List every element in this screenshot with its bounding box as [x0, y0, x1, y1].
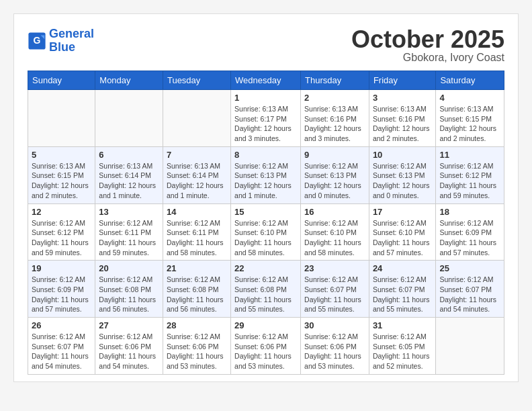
day-info: Sunrise: 6:13 AMSunset: 6:14 PMDaylight:…: [167, 161, 227, 201]
day-info: Sunrise: 6:13 AMSunset: 6:16 PMDaylight:…: [373, 104, 433, 144]
day-number: 21: [167, 263, 227, 273]
day-number: 5: [32, 150, 91, 160]
calendar-cell: 11Sunrise: 6:12 AMSunset: 6:12 PMDayligh…: [436, 146, 504, 203]
svg-text:G: G: [34, 35, 41, 46]
day-info: Sunrise: 6:12 AMSunset: 6:13 PMDaylight:…: [304, 161, 365, 201]
calendar-cell: 10Sunrise: 6:12 AMSunset: 6:13 PMDayligh…: [369, 146, 436, 203]
calendar-cell: 1Sunrise: 6:13 AMSunset: 6:17 PMDaylight…: [231, 90, 301, 147]
day-number: 27: [99, 320, 159, 330]
calendar-cell: 28Sunrise: 6:12 AMSunset: 6:06 PMDayligh…: [163, 318, 230, 375]
day-number: 17: [373, 207, 433, 217]
calendar-cell: [28, 90, 95, 147]
day-info: Sunrise: 6:12 AMSunset: 6:07 PMDaylight:…: [304, 275, 365, 314]
location: Gbokora, Ivory Coast: [351, 52, 504, 64]
day-info: Sunrise: 6:12 AMSunset: 6:09 PMDaylight:…: [439, 218, 500, 258]
calendar-cell: 30Sunrise: 6:12 AMSunset: 6:06 PMDayligh…: [301, 318, 369, 375]
title-block: October 2025 Gbokora, Ivory Coast: [351, 28, 504, 64]
calendar-cell: 25Sunrise: 6:12 AMSunset: 6:07 PMDayligh…: [436, 261, 504, 318]
weekday-saturday: Saturday: [436, 71, 504, 90]
calendar-cell: 22Sunrise: 6:12 AMSunset: 6:08 PMDayligh…: [231, 261, 301, 318]
calendar-cell: 18Sunrise: 6:12 AMSunset: 6:09 PMDayligh…: [436, 203, 504, 261]
day-number: 29: [234, 320, 297, 330]
calendar-cell: 23Sunrise: 6:12 AMSunset: 6:07 PMDayligh…: [301, 261, 369, 318]
day-info: Sunrise: 6:12 AMSunset: 6:07 PMDaylight:…: [373, 275, 433, 314]
day-info: Sunrise: 6:12 AMSunset: 6:10 PMDaylight:…: [234, 218, 297, 258]
weekday-header-row: SundayMondayTuesdayWednesdayThursdayFrid…: [28, 71, 504, 90]
day-info: Sunrise: 6:13 AMSunset: 6:15 PMDaylight:…: [32, 161, 91, 201]
calendar-cell: 9Sunrise: 6:12 AMSunset: 6:13 PMDaylight…: [301, 146, 369, 203]
day-info: Sunrise: 6:12 AMSunset: 6:07 PMDaylight:…: [439, 275, 500, 314]
day-info: Sunrise: 6:13 AMSunset: 6:16 PMDaylight:…: [304, 104, 365, 144]
calendar-week-row: 12Sunrise: 6:12 AMSunset: 6:12 PMDayligh…: [28, 203, 504, 261]
weekday-sunday: Sunday: [28, 71, 95, 90]
calendar-cell: 31Sunrise: 6:12 AMSunset: 6:05 PMDayligh…: [369, 318, 436, 375]
calendar-cell: 24Sunrise: 6:12 AMSunset: 6:07 PMDayligh…: [369, 261, 436, 318]
day-number: 6: [99, 150, 159, 160]
weekday-monday: Monday: [95, 71, 163, 90]
day-number: 14: [167, 207, 227, 217]
day-number: 15: [234, 207, 297, 217]
day-info: Sunrise: 6:12 AMSunset: 6:10 PMDaylight:…: [373, 218, 433, 258]
calendar-cell: 27Sunrise: 6:12 AMSunset: 6:06 PMDayligh…: [95, 318, 163, 375]
day-number: 28: [167, 320, 227, 330]
weekday-tuesday: Tuesday: [163, 71, 230, 90]
day-number: 25: [439, 263, 500, 273]
day-number: 12: [32, 207, 91, 217]
calendar-cell: 5Sunrise: 6:13 AMSunset: 6:15 PMDaylight…: [28, 146, 95, 203]
day-info: Sunrise: 6:12 AMSunset: 6:12 PMDaylight:…: [32, 218, 91, 258]
calendar-cell: 6Sunrise: 6:13 AMSunset: 6:14 PMDaylight…: [95, 146, 163, 203]
calendar-cell: 4Sunrise: 6:13 AMSunset: 6:15 PMDaylight…: [436, 90, 504, 147]
calendar-week-row: 26Sunrise: 6:12 AMSunset: 6:07 PMDayligh…: [28, 318, 504, 375]
day-number: 7: [167, 150, 227, 160]
calendar-cell: 21Sunrise: 6:12 AMSunset: 6:08 PMDayligh…: [163, 261, 230, 318]
calendar-cell: 20Sunrise: 6:12 AMSunset: 6:08 PMDayligh…: [95, 261, 163, 318]
calendar-week-row: 1Sunrise: 6:13 AMSunset: 6:17 PMDaylight…: [28, 90, 504, 147]
calendar-cell: 13Sunrise: 6:12 AMSunset: 6:11 PMDayligh…: [95, 203, 163, 261]
logo-general: General: [49, 27, 94, 40]
day-info: Sunrise: 6:12 AMSunset: 6:06 PMDaylight:…: [167, 332, 227, 371]
day-info: Sunrise: 6:12 AMSunset: 6:08 PMDaylight:…: [99, 275, 159, 314]
calendar-cell: 8Sunrise: 6:12 AMSunset: 6:13 PMDaylight…: [231, 146, 301, 203]
header: G General Blue October 2025 Gbokora, Ivo…: [28, 28, 504, 64]
calendar-week-row: 19Sunrise: 6:12 AMSunset: 6:09 PMDayligh…: [28, 261, 504, 318]
day-info: Sunrise: 6:12 AMSunset: 6:13 PMDaylight:…: [234, 161, 297, 201]
logo-text: General Blue: [49, 28, 94, 54]
day-number: 20: [99, 263, 159, 273]
day-number: 23: [304, 263, 365, 273]
day-number: 18: [439, 207, 500, 217]
day-number: 13: [99, 207, 159, 217]
day-info: Sunrise: 6:12 AMSunset: 6:11 PMDaylight:…: [167, 218, 227, 258]
calendar-cell: 2Sunrise: 6:13 AMSunset: 6:16 PMDaylight…: [301, 90, 369, 147]
day-number: 4: [439, 93, 500, 103]
day-number: 8: [234, 150, 297, 160]
calendar-cell: 16Sunrise: 6:12 AMSunset: 6:10 PMDayligh…: [301, 203, 369, 261]
day-info: Sunrise: 6:12 AMSunset: 6:06 PMDaylight:…: [99, 332, 159, 371]
day-number: 22: [234, 263, 297, 273]
day-number: 11: [439, 150, 500, 160]
day-number: 30: [304, 320, 365, 330]
day-info: Sunrise: 6:12 AMSunset: 6:06 PMDaylight:…: [304, 332, 365, 371]
logo-icon: G: [28, 32, 46, 50]
logo: G General Blue: [28, 28, 94, 54]
day-info: Sunrise: 6:12 AMSunset: 6:08 PMDaylight:…: [234, 275, 297, 314]
calendar-table: SundayMondayTuesdayWednesdayThursdayFrid…: [28, 71, 504, 375]
day-info: Sunrise: 6:13 AMSunset: 6:17 PMDaylight:…: [234, 104, 297, 144]
calendar-cell: 26Sunrise: 6:12 AMSunset: 6:07 PMDayligh…: [28, 318, 95, 375]
day-number: 19: [32, 263, 91, 273]
day-info: Sunrise: 6:12 AMSunset: 6:12 PMDaylight:…: [439, 161, 500, 201]
day-info: Sunrise: 6:13 AMSunset: 6:14 PMDaylight:…: [99, 161, 159, 201]
day-info: Sunrise: 6:12 AMSunset: 6:06 PMDaylight:…: [234, 332, 297, 371]
day-number: 31: [373, 320, 433, 330]
calendar-cell: 19Sunrise: 6:12 AMSunset: 6:09 PMDayligh…: [28, 261, 95, 318]
calendar-week-row: 5Sunrise: 6:13 AMSunset: 6:15 PMDaylight…: [28, 146, 504, 203]
calendar-cell: [436, 318, 504, 375]
calendar-cell: 17Sunrise: 6:12 AMSunset: 6:10 PMDayligh…: [369, 203, 436, 261]
calendar-cell: 15Sunrise: 6:12 AMSunset: 6:10 PMDayligh…: [231, 203, 301, 261]
day-info: Sunrise: 6:12 AMSunset: 6:11 PMDaylight:…: [99, 218, 159, 258]
calendar-cell: 3Sunrise: 6:13 AMSunset: 6:16 PMDaylight…: [369, 90, 436, 147]
calendar-cell: [95, 90, 163, 147]
day-info: Sunrise: 6:12 AMSunset: 6:10 PMDaylight:…: [304, 218, 365, 258]
day-info: Sunrise: 6:12 AMSunset: 6:09 PMDaylight:…: [32, 275, 91, 314]
day-number: 16: [304, 207, 365, 217]
weekday-wednesday: Wednesday: [231, 71, 301, 90]
